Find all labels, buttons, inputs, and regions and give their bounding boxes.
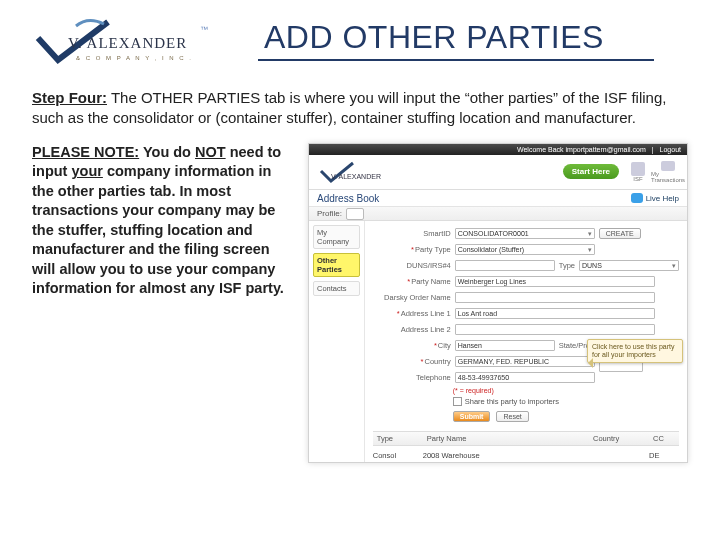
duns-type-select[interactable]: DUNS: [579, 260, 679, 271]
address2-input[interactable]: [455, 324, 655, 335]
profile-label: Profile:: [317, 209, 342, 218]
country-select[interactable]: GERMANY, FED. REPUBLIC: [455, 356, 595, 367]
please-note: PLEASE NOTE: You do NOT need to input yo…: [32, 143, 292, 298]
svg-text:& C O M P A N Y , I N C .: & C O M P A N Y , I N C .: [76, 55, 193, 61]
dba-input[interactable]: [455, 292, 655, 303]
profile-select[interactable]: [346, 208, 364, 220]
nav-isf[interactable]: ISF: [627, 161, 649, 183]
create-button[interactable]: CREATE: [599, 228, 641, 239]
city-input[interactable]: Hansen: [455, 340, 555, 351]
nav-my-transactions[interactable]: My Transactions: [657, 161, 679, 183]
side-tabs: My Company Other Parties Contacts: [309, 221, 365, 462]
page-title: ADD OTHER PARTIES: [258, 19, 654, 61]
duns-input[interactable]: [455, 260, 555, 271]
app-screenshot: Welcome Back importpattern@gmail.com | L…: [308, 143, 688, 463]
section-title: Address Book: [317, 193, 379, 204]
tab-other-parties[interactable]: Other Parties: [313, 253, 360, 277]
reset-button[interactable]: Reset: [496, 411, 528, 422]
tab-contacts[interactable]: Contacts: [313, 281, 360, 296]
start-here-button[interactable]: Start Here: [563, 164, 619, 179]
share-checkbox[interactable]: [453, 397, 462, 406]
required-note: (* = required): [373, 387, 679, 394]
party-type-select[interactable]: Consolidator (Stuffer): [455, 244, 595, 255]
callout-tip: Click here to use this party for all you…: [587, 339, 683, 363]
table-row[interactable]: Consol 2008 Warehouse DE: [373, 449, 679, 462]
chat-icon: [631, 193, 643, 203]
brand-logo: V. ALEXANDER: [317, 157, 387, 187]
submit-button[interactable]: Submit: [453, 411, 491, 422]
telephone-input[interactable]: 48-53-49937650: [455, 372, 595, 383]
live-help-link[interactable]: Live Help: [631, 193, 679, 203]
svg-text:™: ™: [200, 25, 208, 34]
address1-input[interactable]: Los Ant road: [455, 308, 655, 319]
svg-text:V. ALEXANDER: V. ALEXANDER: [331, 173, 381, 180]
smartid-input[interactable]: CONSOLIDATOR0001: [455, 228, 595, 239]
party-form: SmartID CONSOLIDATOR0001 CREATE Party Ty…: [365, 221, 687, 462]
party-name-input[interactable]: Weinberger Log Lines: [455, 276, 655, 287]
topbar: Welcome Back importpattern@gmail.com | L…: [309, 144, 687, 155]
tab-my-company[interactable]: My Company: [313, 225, 360, 249]
results-table-header: Type Party Name Country CC: [373, 431, 679, 446]
company-logo: V. ALEXANDER & C O M P A N Y , I N C . ™: [28, 10, 208, 70]
step-text: Step Four: The OTHER PARTIES tab is wher…: [32, 88, 688, 127]
logout-link[interactable]: Logout: [660, 146, 681, 153]
svg-text:V. ALEXANDER: V. ALEXANDER: [68, 35, 187, 51]
